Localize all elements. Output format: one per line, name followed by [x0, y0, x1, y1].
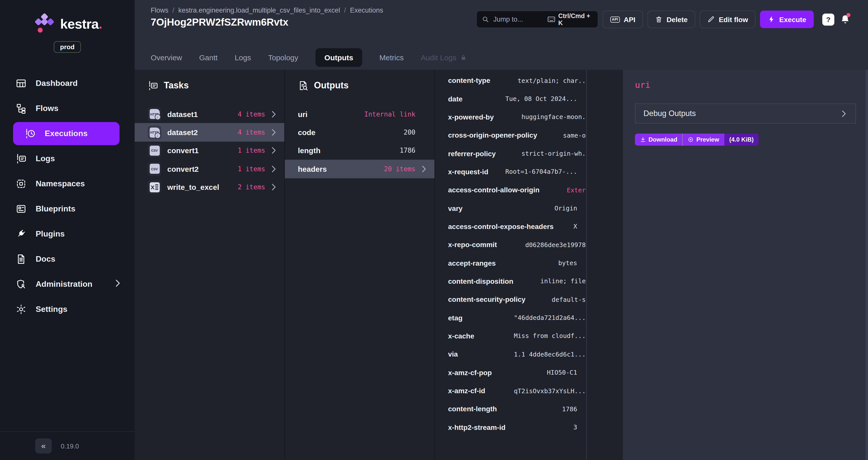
page-scrollbar[interactable] — [866, 70, 868, 460]
search-input[interactable] — [493, 15, 544, 23]
task-name: convert1 — [167, 146, 199, 155]
detail-title: uri — [635, 80, 856, 90]
help-button[interactable]: ? — [822, 13, 834, 25]
sidebar-item-executions[interactable]: Executions — [13, 122, 120, 145]
sidebar-item-label: Dashboard — [36, 79, 78, 88]
task-name: dataset2 — [167, 128, 198, 137]
header-row-x-powered-by[interactable]: x-powered-by huggingface-moon. — [435, 108, 586, 126]
tab-logs[interactable]: Logs — [235, 53, 251, 62]
task-row-dataset2[interactable]: HTTP dataset2 4 items — [135, 123, 284, 142]
tab-topology[interactable]: Topology — [268, 53, 298, 62]
kestra-logo[interactable]: kestra. — [32, 13, 102, 35]
task-name: dataset1 — [167, 110, 198, 118]
logs-icon — [15, 153, 27, 165]
header-key: content-length — [448, 405, 497, 413]
header-row-access-control-expose-headers[interactable]: access-control-expose-headers X — [435, 218, 586, 236]
breadcrumb-flows[interactable]: Flows — [151, 6, 168, 14]
breadcrumb-executions[interactable]: Executions — [350, 6, 383, 14]
sidebar-item-settings[interactable]: Settings — [0, 297, 135, 322]
output-key: uri — [298, 110, 307, 118]
plugins-icon — [15, 228, 27, 240]
header-key: via — [448, 350, 458, 358]
sidebar-item-dashboard[interactable]: Dashboard — [0, 71, 135, 96]
output-row-length[interactable]: length 1786 — [285, 142, 434, 160]
api-button-label: API — [624, 15, 636, 23]
page-title: 7OjHog2PRW2fSZRwm6Rvtx — [151, 17, 288, 28]
chevron-right-icon — [271, 110, 277, 118]
tab-outputs[interactable]: Outputs — [315, 48, 363, 67]
task-row-convert1[interactable]: CSV convert1 1 items — [135, 142, 284, 160]
output-row-headers[interactable]: headers 20 items — [285, 160, 434, 178]
task-row-dataset1[interactable]: HTTP dataset1 4 items — [135, 105, 284, 123]
header-row-access-control-allow-origin[interactable]: access-control-allow-origin Exter — [435, 181, 586, 199]
shortcut-label: Ctrl/Cmd + K — [558, 12, 593, 26]
api-button[interactable]: API API — [603, 10, 643, 28]
header-row-etag[interactable]: etag "46ddeda721d2a64... — [435, 308, 586, 327]
header-row-x-repo-commit[interactable]: x-repo-commit d06286dee3e19978 — [435, 235, 586, 254]
panel-gutter — [587, 70, 623, 460]
output-row-uri[interactable]: uri Internal link — [285, 105, 434, 123]
notifications-button[interactable] — [839, 13, 851, 25]
output-row-code[interactable]: code 200 — [285, 123, 434, 142]
tab-metrics[interactable]: Metrics — [379, 53, 404, 62]
header-row-vary[interactable]: vary Origin — [435, 199, 586, 218]
edit-flow-button[interactable]: Edit flow — [700, 10, 756, 28]
header-row-x-request-id[interactable]: x-request-id Root=1-6704a7b7-... — [435, 162, 586, 181]
sidebar-item-flows[interactable]: Flows — [0, 96, 135, 121]
output-value: 20 items — [384, 165, 415, 173]
sidebar-item-plugins[interactable]: Plugins — [0, 222, 135, 247]
sidebar-item-namespaces[interactable]: Namespaces — [0, 171, 135, 196]
header-row-content-security-policy[interactable]: content-security-policy default-s — [435, 290, 586, 308]
header-row-x-cache[interactable]: x-cache Miss from cloudf... — [435, 327, 586, 345]
tab-audit-logs-label: Audit Logs — [421, 53, 456, 62]
output-key: length — [298, 146, 320, 155]
outputs-panel: Outputs uri Internal link code 200 lengt… — [285, 70, 435, 460]
executions-icon — [24, 128, 36, 140]
tab-overview[interactable]: Overview — [151, 53, 182, 62]
sidebar-footer: « 0.19.0 — [0, 431, 135, 460]
header-value: X — [574, 223, 577, 230]
notification-dot — [846, 13, 850, 17]
sidebar-item-logs[interactable]: Logs — [0, 146, 135, 171]
outputs-icon — [298, 80, 308, 91]
header-key: access-control-allow-origin — [448, 186, 539, 194]
header-row-x-http2-stream-id[interactable]: x-http2-stream-id 3 — [435, 418, 586, 436]
top-header: Flows / kestra.engineering.load_multiple… — [135, 0, 868, 70]
task-row-convert2[interactable]: CSV convert2 1 items — [135, 160, 284, 178]
flows-icon — [15, 102, 27, 114]
header-row-accept-ranges[interactable]: accept-ranges bytes — [435, 254, 586, 272]
sidebar-item-administration[interactable]: Administration — [0, 272, 135, 297]
lightning-icon — [768, 15, 775, 23]
sidebar-item-docs[interactable]: Docs — [0, 247, 135, 272]
lock-icon — [460, 54, 466, 61]
breadcrumb-separator: / — [344, 6, 346, 14]
debug-outputs-expander[interactable]: Debug Outputs — [635, 103, 856, 124]
tasks-panel: Tasks HTTP dataset1 4 items HTTP dataset… — [135, 70, 285, 460]
tab-gantt[interactable]: Gantt — [199, 53, 217, 62]
logo-dot: . — [99, 16, 102, 31]
download-button[interactable]: Download — [635, 134, 682, 145]
header-row-x-amz-cf-id[interactable]: x-amz-cf-id qT2isOvxb37xYsLH... — [435, 382, 586, 400]
header-row-referrer-policy[interactable]: referrer-policy strict-origin-wh. — [435, 144, 586, 163]
breadcrumb-namespace[interactable]: kestra.engineering.load_multiple_csv_fil… — [178, 6, 340, 14]
execute-button[interactable]: Execute — [760, 10, 814, 28]
header-row-content-type[interactable]: content-type text/plain; char.. — [435, 71, 586, 90]
header-row-via[interactable]: via 1.1 4dde8ec6d6c1... — [435, 345, 586, 363]
sidebar-collapse-button[interactable]: « — [35, 438, 52, 454]
task-row-write-to-excel[interactable]: X write_to_excel 2 items — [135, 178, 284, 196]
header-value: qT2isOvxb37xYsLH... — [514, 387, 586, 394]
output-value: 1786 — [400, 147, 415, 155]
sidebar-nav: Dashboard Flows Executions Logs — [0, 71, 135, 322]
sidebar-item-blueprints[interactable]: Blueprints — [0, 196, 135, 222]
header-row-content-length[interactable]: content-length 1786 — [435, 400, 586, 418]
header-row-cross-origin-opener-policy[interactable]: cross-origin-opener-policy same-o — [435, 126, 586, 144]
preview-button[interactable]: Preview — [683, 134, 724, 145]
header-row-content-disposition[interactable]: content-disposition inline; file — [435, 272, 586, 291]
header-key: x-request-id — [448, 168, 488, 176]
task-name: write_to_excel — [167, 183, 219, 192]
excel-task-icon: X — [148, 180, 161, 194]
jump-to-search[interactable]: Ctrl/Cmd + K — [476, 10, 598, 28]
header-row-x-amz-cf-pop[interactable]: x-amz-cf-pop HIO50-C1 — [435, 363, 586, 382]
header-row-date[interactable]: date Tue, 08 Oct 2024... — [435, 90, 586, 108]
delete-button[interactable]: Delete — [648, 10, 695, 28]
